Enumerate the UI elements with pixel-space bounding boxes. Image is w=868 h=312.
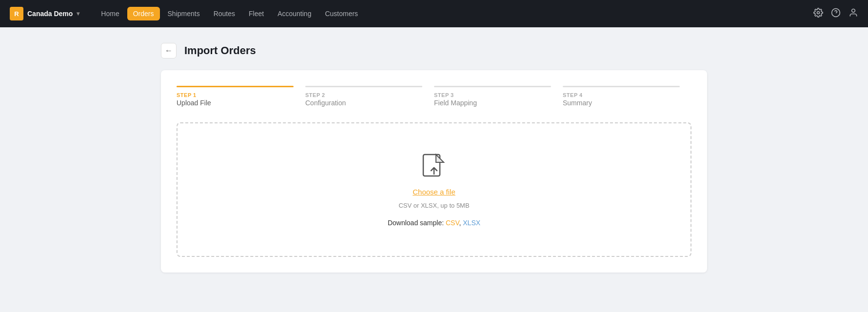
- nav-links: Home Orders Shipments Routes Fleet Accou…: [95, 7, 364, 20]
- import-card: STEP 1 Upload File STEP 2 Configuration …: [161, 70, 707, 273]
- step-1-name: Upload File: [177, 99, 294, 107]
- brand[interactable]: R Canada Demo ▾: [10, 7, 79, 20]
- step-2-label: STEP 2: [305, 92, 422, 98]
- brand-logo: R: [10, 7, 23, 20]
- upload-file-icon: [421, 153, 447, 182]
- topbar-left: R Canada Demo ▾ Home Orders Shipments Ro…: [10, 7, 364, 20]
- step-3: STEP 3 Field Mapping: [434, 86, 563, 107]
- step-4-bar: [563, 86, 680, 87]
- nav-item-customers[interactable]: Customers: [319, 7, 364, 20]
- nav-item-home[interactable]: Home: [95, 7, 125, 20]
- svg-point-3: [852, 9, 855, 12]
- page-content: ← Import Orders STEP 1 Upload File STEP …: [141, 27, 727, 288]
- step-1-bar: [177, 86, 294, 87]
- nav-item-shipments[interactable]: Shipments: [162, 7, 206, 20]
- step-4-name: Summary: [563, 99, 680, 107]
- step-1: STEP 1 Upload File: [177, 86, 305, 107]
- steps-row: STEP 1 Upload File STEP 2 Configuration …: [177, 86, 691, 107]
- upload-area[interactable]: Choose a file CSV or XLSX, up to 5MB Dow…: [177, 122, 691, 257]
- back-button[interactable]: ←: [161, 43, 177, 58]
- xlsx-sample-link[interactable]: XLSX: [463, 219, 480, 227]
- page-title: Import Orders: [184, 44, 256, 57]
- step-2-name: Configuration: [305, 99, 422, 107]
- comma-separator: ,: [459, 219, 461, 227]
- topbar: R Canada Demo ▾ Home Orders Shipments Ro…: [0, 0, 868, 27]
- step-3-bar: [434, 86, 551, 87]
- svg-point-0: [817, 11, 820, 14]
- step-1-label: STEP 1: [177, 92, 294, 98]
- step-3-name: Field Mapping: [434, 99, 551, 107]
- nav-item-orders[interactable]: Orders: [127, 7, 160, 20]
- brand-letter: R: [14, 10, 19, 18]
- settings-icon[interactable]: [813, 8, 823, 20]
- download-sample-label: Download sample:: [388, 219, 444, 227]
- page-header: ← Import Orders: [161, 43, 707, 58]
- step-2-bar: [305, 86, 422, 87]
- nav-item-routes[interactable]: Routes: [208, 7, 241, 20]
- nav-item-fleet[interactable]: Fleet: [243, 7, 270, 20]
- step-2: STEP 2 Configuration: [305, 86, 434, 107]
- brand-chevron-icon: ▾: [77, 10, 79, 17]
- topbar-right: [813, 8, 858, 20]
- file-hint: CSV or XLSX, up to 5MB: [398, 202, 469, 209]
- csv-sample-link[interactable]: CSV: [446, 219, 459, 227]
- help-icon[interactable]: [831, 8, 841, 20]
- brand-name: Canada Demo: [27, 10, 73, 18]
- step-4-label: STEP 4: [563, 92, 680, 98]
- nav-item-accounting[interactable]: Accounting: [272, 7, 317, 20]
- choose-file-link[interactable]: Choose a file: [413, 188, 455, 196]
- download-sample-row: Download sample: CSV, XLSX: [388, 219, 480, 227]
- step-4: STEP 4 Summary: [563, 86, 691, 107]
- step-3-label: STEP 3: [434, 92, 551, 98]
- user-icon[interactable]: [848, 8, 858, 20]
